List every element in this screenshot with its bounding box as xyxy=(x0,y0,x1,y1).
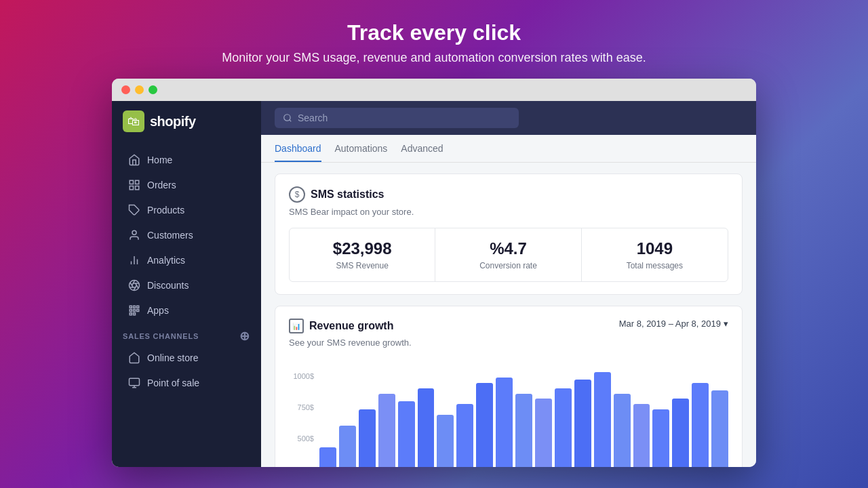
y-axis: 1000$ 750$ 500$ 250$ xyxy=(289,372,319,467)
bar-1 xyxy=(339,426,356,467)
svg-rect-22 xyxy=(130,313,132,315)
stat-revenue-label: SMS Revenue xyxy=(303,261,421,270)
app-container: 🛍 shopify Home xyxy=(112,101,756,467)
search-box[interactable]: Search xyxy=(275,108,519,128)
search-placeholder: Search xyxy=(298,113,328,123)
svg-line-26 xyxy=(290,120,292,122)
online-store-icon xyxy=(128,352,140,364)
y-label-250: 250$ xyxy=(289,466,314,467)
home-icon xyxy=(128,154,140,166)
bar-11 xyxy=(535,399,552,467)
sidebar-nav: Home Orders Products xyxy=(112,142,261,467)
svg-point-25 xyxy=(284,115,290,121)
svg-rect-20 xyxy=(134,310,136,312)
sidebar-item-products[interactable]: Products xyxy=(117,198,256,222)
bar-5 xyxy=(418,388,435,467)
svg-rect-16 xyxy=(130,306,132,308)
bar-2 xyxy=(359,409,376,467)
products-label: Products xyxy=(147,205,184,216)
bar-3 xyxy=(378,394,395,467)
sidebar-item-online-store[interactable]: Online store xyxy=(117,346,256,370)
y-label-750: 750$ xyxy=(289,403,314,411)
sidebar-logo: 🛍 shopify xyxy=(112,101,261,142)
bar-17 xyxy=(652,409,669,467)
svg-rect-24 xyxy=(130,378,140,386)
bar-12 xyxy=(555,388,572,467)
bar-9 xyxy=(496,378,513,467)
home-label: Home xyxy=(147,155,172,165)
sidebar-item-home[interactable]: Home xyxy=(117,148,256,172)
chevron-down-icon: ▾ xyxy=(724,319,728,329)
svg-rect-2 xyxy=(136,186,139,190)
point-of-sale-icon xyxy=(128,377,140,389)
browser-dot-green xyxy=(149,85,157,94)
tab-automations[interactable]: Automations xyxy=(335,143,388,162)
hero-subtitle: Monitor your SMS usage, revenue and auto… xyxy=(222,51,646,65)
svg-rect-3 xyxy=(130,186,133,190)
revenue-subtitle: See your SMS revenue growth. xyxy=(289,338,412,348)
analytics-label: Analytics xyxy=(147,255,185,266)
bar-20 xyxy=(711,390,728,467)
sidebar-item-customers[interactable]: Customers xyxy=(117,223,256,247)
svg-rect-17 xyxy=(134,306,136,308)
customers-label: Customers xyxy=(147,230,193,241)
sms-stats-card: $ SMS statistics SMS Bear impact on your… xyxy=(275,174,743,295)
sidebar-item-point-of-sale[interactable]: Point of sale xyxy=(117,371,256,395)
bar-13 xyxy=(574,380,591,467)
svg-rect-1 xyxy=(136,180,139,184)
customers-icon xyxy=(128,229,140,241)
sidebar: 🛍 shopify Home xyxy=(112,101,261,467)
stat-messages: 1049 Total messages xyxy=(582,228,728,281)
orders-label: Orders xyxy=(147,180,176,190)
sidebar-item-analytics[interactable]: Analytics xyxy=(117,248,256,272)
stat-messages-label: Total messages xyxy=(595,261,714,270)
svg-rect-23 xyxy=(134,313,136,315)
bar-19 xyxy=(692,383,709,467)
sms-icon: $ xyxy=(289,186,305,203)
stat-conversion-label: Conversion rate xyxy=(449,261,567,270)
discounts-icon xyxy=(128,279,140,291)
stats-grid: $23,998 SMS Revenue %4.7 Conversion rate… xyxy=(289,228,728,282)
main-topbar: Search xyxy=(261,101,756,135)
sidebar-item-apps[interactable]: Apps xyxy=(117,298,256,323)
bar-10 xyxy=(515,394,532,467)
bar-8 xyxy=(476,383,493,467)
revenue-header: 📊 Revenue growth See your SMS revenue gr… xyxy=(289,319,728,359)
svg-rect-0 xyxy=(130,180,133,184)
tabs-bar: Dashboard Automations Advanced xyxy=(261,135,756,163)
date-range-selector[interactable]: Mar 8, 2019 – Apr 8, 2019 ▾ xyxy=(619,319,728,329)
stat-revenue-value: $23,998 xyxy=(303,239,421,258)
apps-label: Apps xyxy=(147,305,169,316)
bar-18 xyxy=(672,399,689,467)
apps-icon xyxy=(128,304,140,317)
browser-dot-yellow xyxy=(135,85,144,94)
bar-15 xyxy=(614,394,631,467)
bar-16 xyxy=(633,404,650,467)
y-label-500: 500$ xyxy=(289,434,314,443)
sms-stats-title: SMS statistics xyxy=(311,188,384,201)
chart-icon: 📊 xyxy=(289,319,304,333)
hero-section: Track every click Monitor your SMS usage… xyxy=(222,20,646,65)
svg-rect-21 xyxy=(137,310,139,312)
tab-advanced[interactable]: Advanced xyxy=(401,143,443,162)
bar-0 xyxy=(319,447,336,467)
svg-point-5 xyxy=(132,230,136,235)
shopify-logo-text: shopify xyxy=(150,114,196,129)
sidebar-item-orders[interactable]: Orders xyxy=(117,173,256,197)
stat-messages-value: 1049 xyxy=(595,239,714,258)
stat-conversion: %4.7 Conversion rate xyxy=(435,228,581,281)
date-range-text: Mar 8, 2019 – Apr 8, 2019 xyxy=(619,319,721,329)
content-area: $ SMS statistics SMS Bear impact on your… xyxy=(261,163,756,467)
sidebar-item-discounts[interactable]: Discounts xyxy=(117,273,256,298)
add-sales-channel-button[interactable]: ⊕ xyxy=(239,330,250,342)
bar-6 xyxy=(437,415,454,467)
svg-rect-18 xyxy=(137,306,139,308)
tab-dashboard[interactable]: Dashboard xyxy=(275,143,321,162)
products-icon xyxy=(128,204,140,216)
bar-7 xyxy=(456,404,473,467)
analytics-icon xyxy=(128,254,140,266)
shopify-bag-icon: 🛍 xyxy=(123,110,144,132)
discounts-label: Discounts xyxy=(147,280,189,291)
browser-window: 🛍 shopify Home xyxy=(112,79,756,467)
hero-title: Track every click xyxy=(222,20,646,45)
